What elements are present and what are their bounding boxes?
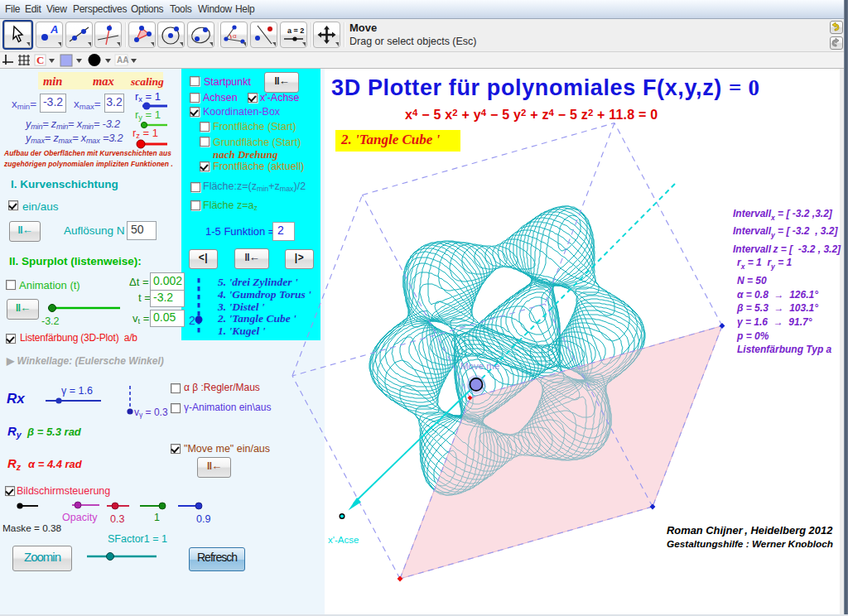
svg-text:a = 2: a = 2 <box>287 26 304 35</box>
svg-text:AA: AA <box>117 55 128 65</box>
svg-text:A: A <box>50 23 58 36</box>
svg-text:C: C <box>36 54 44 66</box>
svg-text:α: α <box>233 32 237 40</box>
